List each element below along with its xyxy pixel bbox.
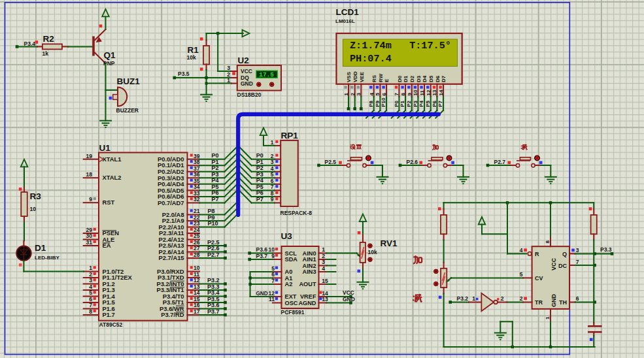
svg-text:AGND: AGND [298,300,316,306]
svg-text:30: 30 [86,233,93,239]
svg-text:P0.7/AD7: P0.7/AD7 [158,199,184,206]
svg-text:TH: TH [559,299,567,306]
svg-text:U3: U3 [281,231,293,241]
svg-text:RST: RST [103,199,115,206]
svg-text:14: 14 [322,290,328,297]
svg-text:P1: P1 [399,100,405,106]
svg-text:5: 5 [89,289,92,296]
svg-text:D6: D6 [435,75,441,82]
svg-text:8: 8 [89,308,92,315]
svg-text:TR: TR [535,299,543,306]
svg-text:RP1: RP1 [281,131,299,140]
svg-text:P5: P5 [256,184,263,190]
svg-text:P2.7: P2.7 [494,159,506,165]
svg-text:P10: P10 [208,220,218,227]
svg-text:P3: P3 [256,171,263,178]
svg-text:P4: P4 [212,177,219,184]
svg-text:10: 10 [194,265,200,271]
svg-text:7: 7 [576,259,579,265]
svg-text:8: 8 [545,240,551,244]
svg-text:9: 9 [89,196,92,203]
svg-text:AIN3: AIN3 [303,268,316,275]
svg-text:P4: P4 [418,100,424,106]
svg-text:P3.2: P3.2 [207,277,220,284]
svg-text:P2.6: P2.6 [407,159,418,165]
svg-text:SDA: SDA [285,256,298,263]
svg-text:GND: GND [256,291,268,297]
svg-text:VCC: VCC [241,68,252,74]
svg-text:2: 2 [520,295,523,302]
svg-text:R2: R2 [43,34,54,44]
svg-text:OSC: OSC [285,300,298,306]
svg-text:P2: P2 [406,100,412,106]
svg-text:EXT: EXT [285,293,297,300]
svg-text:AT89C52: AT89C52 [99,321,123,328]
svg-text:P5: P5 [212,184,219,190]
svg-text:11: 11 [194,271,199,278]
svg-text:D1: D1 [403,75,409,82]
svg-text:P4: P4 [256,177,263,184]
svg-text:BUZ1: BUZ1 [117,76,141,86]
svg-text:5: 5 [520,271,523,278]
svg-text:2: 2 [350,93,356,96]
svg-text:Z:1.74m T:17.5°: Z:1.74m T:17.5° [350,40,451,52]
svg-text:6: 6 [89,296,92,302]
svg-text:25: 25 [194,233,200,239]
svg-text:RESPACK-8: RESPACK-8 [280,210,313,216]
svg-text:P1.7: P1.7 [103,311,115,318]
svg-text:D7: D7 [441,75,447,82]
svg-text:U1: U1 [99,143,111,153]
svg-text:2: 2 [271,153,274,159]
svg-text:RV1: RV1 [381,238,398,248]
svg-text:4: 4 [89,284,92,290]
svg-text:P8: P8 [368,100,374,106]
svg-text:R1: R1 [188,45,199,55]
svg-text:1: 1 [227,77,230,84]
svg-text:17.5: 17.5 [259,71,274,78]
svg-text:LCD1: LCD1 [336,7,360,17]
svg-text:P0: P0 [212,152,219,159]
svg-text:P6: P6 [256,189,263,196]
svg-text:LM016L: LM016L [335,18,355,24]
svg-text:VCC: VCC [551,257,557,270]
svg-text:15: 15 [322,278,328,284]
svg-text:P0: P0 [256,152,263,159]
svg-text:3: 3 [356,93,362,96]
svg-text:AOUT: AOUT [299,281,316,287]
svg-text:P3.6: P3.6 [256,246,268,253]
svg-text:U2: U2 [238,56,249,65]
svg-text:PH:07.4: PH:07.4 [350,53,392,65]
svg-text:VDD: VDD [352,71,358,82]
svg-text:Q: Q [562,251,567,257]
svg-text:P2.7/A15: P2.7/A15 [159,254,184,261]
svg-text:P3.3: P3.3 [207,284,220,290]
svg-text:7: 7 [394,93,399,96]
svg-text:39: 39 [194,153,200,159]
svg-text:P0: P0 [394,100,399,106]
svg-text:31: 31 [86,239,93,246]
svg-text:19: 19 [86,153,93,159]
svg-text:RW: RW [378,73,384,82]
svg-text:1: 1 [271,139,274,146]
svg-text:BUZZER: BUZZER [116,107,139,114]
svg-text:12: 12 [194,277,200,284]
svg-text:11: 11 [419,90,425,95]
svg-text:21: 21 [194,208,200,214]
svg-text:P3.4: P3.4 [24,41,36,47]
svg-text:10: 10 [413,90,418,95]
svg-text:P3.3: P3.3 [600,246,612,253]
svg-text:P2: P2 [212,165,219,171]
svg-text:7: 7 [89,302,92,308]
svg-text:A0: A0 [285,268,293,275]
svg-text:10: 10 [30,206,37,212]
svg-text:4: 4 [369,93,375,96]
svg-text:4: 4 [520,247,523,253]
svg-text:GND: GND [551,294,557,308]
svg-text:R: R [535,251,539,257]
svg-text:14: 14 [438,90,444,95]
svg-text:P2: P2 [256,165,263,171]
svg-text:P7: P7 [437,100,443,106]
svg-text:VREF: VREF [300,293,316,300]
svg-text:GND: GND [241,80,253,87]
svg-text:1: 1 [472,295,475,302]
